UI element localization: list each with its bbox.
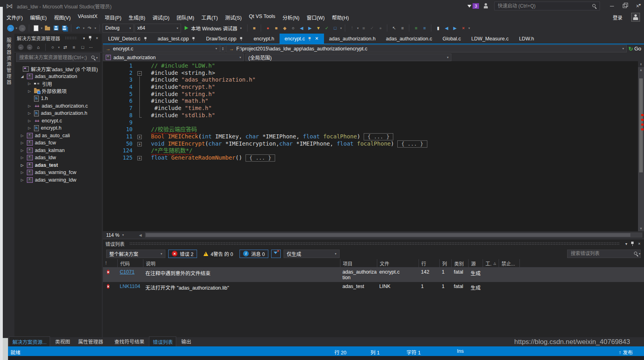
validate-icon[interactable]: ✓	[368, 24, 376, 32]
error-scope-dropdown[interactable]: 整个解决方案 ▾	[106, 250, 165, 258]
panel-tab-类视图[interactable]: 类视图	[52, 336, 73, 347]
expander-collapsed-icon[interactable]: ▷	[20, 163, 25, 167]
tab-LDW_Detect.c[interactable]: LDW_Detect.c	[103, 34, 153, 44]
paste-markup-icon[interactable]: ≡	[398, 24, 406, 32]
solution-search-box[interactable]: ▾	[16, 53, 100, 62]
save-all-icon[interactable]	[60, 24, 68, 32]
find-symbol-icon[interactable]: ○	[289, 24, 297, 32]
se-properties-icon[interactable]: □	[79, 44, 87, 51]
scope-dropdown[interactable]: adas_authorization ▾	[103, 54, 244, 61]
chevron-down-icon[interactable]: ▾	[356, 26, 359, 30]
configuration-dropdown[interactable]: Debug ▾	[103, 24, 134, 33]
window-position-icon[interactable]: ▾	[82, 36, 86, 40]
platform-dropdown[interactable]: x64 ▾	[135, 24, 181, 33]
expander-collapsed-icon[interactable]: ▷	[20, 148, 25, 152]
quick-launch-box[interactable]	[494, 2, 600, 10]
expander-collapsed-icon[interactable]: ▷	[27, 82, 32, 86]
spell-check-icon[interactable]: ✓	[323, 24, 330, 32]
fold-expand-icon[interactable]: +	[137, 156, 142, 160]
file-spinner[interactable]: ▲▼	[220, 45, 225, 52]
feedback-icon[interactable]	[483, 3, 489, 9]
panel-tab-输出[interactable]: 输出	[178, 336, 194, 347]
browser-view-icon[interactable]: ●	[376, 24, 384, 32]
new-file-icon[interactable]	[32, 24, 40, 32]
split-handle[interactable]: ↕	[638, 61, 644, 68]
previous-bookmark-icon[interactable]: ◀	[443, 24, 450, 32]
scroll-up-icon[interactable]: ▲	[638, 68, 644, 72]
tab-adas_authorization.c[interactable]: adas_authorization.c	[381, 34, 437, 44]
menu-item-测试(S)[interactable]: 测试(S)	[221, 14, 246, 21]
paste-extended-icon[interactable]: ▼	[314, 24, 322, 32]
chevron-down-icon[interactable]: ▾	[468, 26, 470, 30]
tree-item-adas_warning_fcw[interactable]: ▷adas_warning_fcw	[14, 169, 102, 176]
restore-button[interactable]	[618, 1, 631, 11]
se-home-icon[interactable]: ⌂	[34, 44, 42, 51]
panel-tab-属性管理器[interactable]: 属性管理器	[75, 336, 107, 347]
refactor-icon[interactable]: ■	[360, 24, 367, 32]
chevron-down-icon[interactable]: ▾	[58, 46, 60, 49]
scroll-left-icon[interactable]: ◀	[137, 233, 143, 237]
expander-collapsed-icon[interactable]: ▷	[20, 156, 25, 160]
error-search-box[interactable]: ▾	[567, 250, 641, 258]
menu-item-视图(V)[interactable]: 视图(V)	[50, 14, 74, 21]
chevron-down-icon[interactable]: ▾	[94, 26, 97, 30]
drag-grip[interactable]	[129, 242, 619, 245]
se-pending-changes-icon[interactable]: ○	[49, 44, 56, 51]
menu-item-编辑(E)[interactable]: 编辑(E)	[26, 14, 50, 21]
menu-item-生成(B)[interactable]: 生成(B)	[125, 14, 149, 21]
column-header-行[interactable]: 行	[419, 259, 439, 267]
open-file-in-solution-icon[interactable]: ■	[272, 24, 280, 32]
menu-item-Qt VS Tools[interactable]: Qt VS Tools	[246, 14, 279, 21]
collapsed-region[interactable]: { ... }	[364, 133, 394, 140]
close-icon[interactable]: ×	[95, 36, 99, 40]
severity-column-header[interactable]: !	[103, 259, 117, 267]
expander-expanded-icon[interactable]: ◢	[20, 74, 25, 78]
save-icon[interactable]	[52, 24, 60, 32]
menu-item-分析(N)[interactable]: 分析(N)	[279, 14, 303, 21]
tree-item-adas_test[interactable]: ▷adas_test	[14, 162, 102, 169]
error-row-C1071[interactable]: ×C1071在注释中遇到意外的文件结束adas_authorizationenc…	[103, 268, 644, 282]
notification-badge[interactable]: 3	[473, 3, 479, 9]
pin-icon[interactable]	[144, 36, 147, 40]
menu-item-文件(F)[interactable]: 文件(F)	[3, 14, 26, 21]
navigate-back-icon[interactable]: ←	[7, 24, 14, 32]
account-avatar[interactable]	[631, 13, 640, 22]
tab-overflow-icon[interactable]: ▾	[639, 2, 641, 7]
close-icon[interactable]: ×	[637, 242, 642, 246]
messages-filter-button[interactable]: i 消息 0	[239, 250, 268, 258]
panel-tab-错误列表[interactable]: 错误列表	[149, 336, 176, 347]
overflow-icon[interactable]: ⋯	[88, 45, 94, 50]
fold-expand-icon[interactable]: +	[137, 142, 142, 146]
select-element-icon[interactable]: ↖	[390, 24, 398, 32]
tree-item-解决方案'adas_ldw' (8 个项目)[interactable]: 解决方案'adas_ldw' (8 个项目)	[14, 65, 102, 73]
tab-LDW_Measure.c[interactable]: LDW_Measure.c	[466, 34, 514, 44]
expander-collapsed-icon[interactable]: ▷	[20, 134, 25, 138]
navigate-forward-icon[interactable]: →	[18, 24, 26, 32]
horizontal-scrollbar[interactable]	[145, 232, 642, 238]
clear-bookmarks-icon[interactable]: ×	[459, 24, 467, 32]
notifications-funnel-icon[interactable]	[467, 5, 471, 8]
file-dropdown[interactable]: → encrypt.c ▾	[103, 45, 220, 52]
expander-collapsed-icon[interactable]: ▷	[27, 89, 32, 93]
publish-button[interactable]: ↑发布	[619, 348, 633, 356]
column-header-文件[interactable]: 文件	[377, 259, 419, 267]
column-header-项目[interactable]: 项目	[340, 259, 377, 267]
drag-grip[interactable]	[65, 36, 77, 40]
errors-filter-button[interactable]: × 错误 2	[168, 250, 197, 258]
fold-column[interactable]: +	[137, 154, 145, 162]
collapsed-region[interactable]: { ... }	[397, 140, 427, 148]
warnings-filter-button[interactable]: 4警告 的 0	[200, 250, 237, 258]
error-mark[interactable]	[641, 114, 644, 116]
fold-column[interactable]: +	[137, 133, 145, 140]
solution-search-input[interactable]	[18, 54, 91, 61]
column-header-类别[interactable]: 类别	[451, 259, 468, 267]
pin-icon[interactable]	[240, 36, 243, 40]
se-sync-icon[interactable]: ⇄	[61, 44, 69, 51]
code-editor[interactable]: 1// #include "LDW.h"2−#include <string.h…	[103, 61, 644, 231]
horizontal-thumb[interactable]	[146, 233, 630, 237]
syntax-check-icon[interactable]: !	[348, 24, 356, 32]
goto-prev-location-icon[interactable]: ◀	[298, 24, 305, 32]
vassistx-icon[interactable]: ●	[264, 24, 272, 32]
close-icon[interactable]: ✕	[315, 36, 318, 41]
error-code-link[interactable]: LNK1104	[120, 284, 140, 289]
